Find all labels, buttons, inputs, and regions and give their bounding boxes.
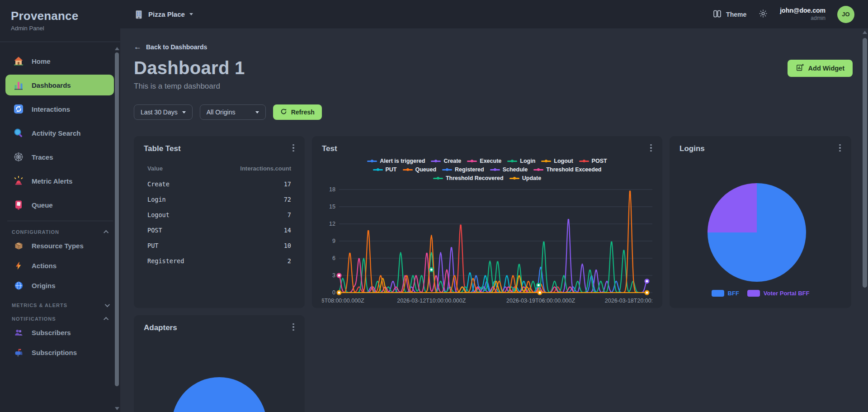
sidebar-item-label: Resource Types	[32, 242, 84, 250]
dashboard-content: Back to Dashboards Dashboard 1 Add Widge…	[120, 29, 868, 412]
sidebar-item-dashboards[interactable]: Dashboards	[5, 75, 114, 95]
legend-item[interactable]: Threshold Exceeded	[533, 166, 601, 173]
legend-item[interactable]: Schedule	[490, 166, 528, 173]
sidebar-item-interactions[interactable]: Interactions	[5, 99, 114, 119]
title-row: Dashboard 1 Add Widget	[134, 58, 853, 78]
sidebar-item-actions[interactable]: Actions	[5, 256, 114, 275]
pie-legend: BFFVoter Portal BFF	[670, 290, 851, 297]
widget-menu-button[interactable]	[289, 322, 297, 331]
widget-adapters-pie: Adapters	[134, 315, 305, 412]
topbar-right: Theme john@doe.com admin JO	[712, 6, 854, 23]
home-icon	[13, 55, 24, 67]
widget-menu-button[interactable]	[289, 143, 297, 152]
brand-name: Provenance	[11, 9, 109, 23]
back-to-dashboards-link[interactable]: Back to Dashboards	[134, 43, 207, 52]
sidebar-item-subscribers[interactable]: Subscribers	[5, 323, 114, 341]
user-role: admin	[780, 15, 826, 22]
add-widget-button[interactable]: Add Widget	[788, 60, 853, 77]
queue-icon	[13, 199, 24, 211]
widget-title: Test	[322, 144, 652, 153]
filter-bar: Last 30 Days All Origins Refresh	[134, 104, 853, 120]
table-row: Create17	[147, 176, 291, 192]
table-row: Login72	[147, 192, 291, 207]
section-header-configuration[interactable]: CONFIGURATION	[12, 229, 108, 235]
widget-menu-button[interactable]	[647, 143, 655, 152]
cell-value: Logout	[147, 211, 170, 218]
sidebar-item-metric-alerts[interactable]: Metric Alerts	[5, 170, 114, 191]
sidebar-item-subscriptions[interactable]: Subscriptions	[5, 343, 114, 361]
legend-item[interactable]: Threshold Recovered	[433, 175, 504, 181]
legend-item[interactable]: PUT	[373, 166, 397, 173]
scroll-up-icon[interactable]	[115, 47, 119, 50]
theme-toggle[interactable]: Theme	[712, 9, 746, 20]
legend-item[interactable]: Execute	[467, 158, 501, 164]
legend-item[interactable]: Queued	[403, 166, 437, 173]
legend-marker-icon	[490, 167, 500, 172]
table-row: Logout7	[147, 207, 291, 223]
legend-item[interactable]: Update	[509, 175, 541, 181]
avatar[interactable]: JO	[837, 6, 854, 23]
logins-pie-chart	[708, 183, 806, 282]
sidebar-item-label: Actions	[32, 262, 57, 270]
settings-button[interactable]	[758, 9, 768, 20]
section-header-notifications[interactable]: NOTIFICATIONS	[12, 316, 108, 322]
origin-select[interactable]: All Origins	[200, 104, 266, 120]
legend-marker-icon	[373, 167, 383, 172]
cell-count: 14	[284, 227, 291, 234]
org-switcher[interactable]: Pizza Place	[134, 9, 193, 19]
sidebar-item-queue[interactable]: Queue	[5, 194, 114, 215]
legend-swatch-icon	[747, 290, 760, 297]
widget-menu-button[interactable]	[836, 143, 844, 152]
user-info: john@doe.com admin	[780, 7, 826, 22]
topbar: Pizza Place Theme john@doe.com admin JO	[120, 0, 868, 29]
date-range-select[interactable]: Last 30 Days	[134, 104, 193, 120]
svg-text:2026-03-16T08:00:00.000Z: 2026-03-16T08:00:00.000Z	[322, 298, 364, 304]
refresh-button[interactable]: Refresh	[273, 104, 322, 120]
widget-table-test: Table Test ValueInteractions.countCreate…	[134, 136, 305, 308]
sidebar-item-label: Traces	[32, 153, 53, 161]
nav-divider	[7, 221, 113, 221]
table-row: POST14	[147, 223, 291, 238]
section-header-metrics-alerts[interactable]: METRICS & ALERTS	[12, 303, 108, 308]
package-icon	[13, 240, 24, 251]
cell-value: Registered	[147, 257, 184, 265]
sidebar-item-home[interactable]: Home	[5, 51, 114, 71]
sidebar-scrollbar[interactable]	[114, 47, 119, 411]
sidebar-item-activity-search[interactable]: Activity Search	[5, 123, 114, 143]
main-scrollbar[interactable]	[862, 31, 868, 411]
cell-value: Login	[147, 196, 166, 203]
scroll-down-icon[interactable]	[115, 407, 119, 410]
cell-count: 17	[284, 180, 291, 188]
legend-item[interactable]: Logout	[541, 158, 573, 164]
sidebar-item-resource-types[interactable]: Resource Types	[5, 237, 114, 255]
sidebar-item-traces[interactable]: Traces	[5, 147, 114, 167]
legend-item[interactable]: Alert is triggered	[367, 158, 425, 164]
sidebar-item-origins[interactable]: Origins	[5, 276, 114, 294]
legend-item[interactable]: Login	[507, 158, 535, 164]
page-title: Dashboard 1	[134, 58, 245, 78]
legend-marker-icon	[367, 158, 377, 164]
sidebar-item-label: Subscribers	[32, 329, 71, 336]
sidebar-item-label: Activity Search	[32, 129, 80, 137]
svg-text:0: 0	[332, 289, 335, 296]
sidebar-scrollbar-thumb[interactable]	[115, 52, 119, 386]
table: ValueInteractions.countCreate17Login72Lo…	[144, 162, 295, 269]
pie-legend-item[interactable]: Voter Portal BFF	[747, 290, 810, 297]
column-header: Value	[147, 165, 163, 172]
app-root: Provenance Admin Panel HomeDashboardsInt…	[0, 0, 868, 412]
legend-marker-icon	[442, 167, 452, 172]
legend-item[interactable]: Create	[431, 158, 461, 164]
user-email: john@doe.com	[780, 7, 826, 15]
scroll-up-icon[interactable]	[863, 31, 867, 34]
sidebar: Provenance Admin Panel HomeDashboardsInt…	[0, 0, 120, 412]
legend-item[interactable]: POST	[579, 158, 607, 164]
legend-marker-icon	[509, 175, 519, 181]
legend-item[interactable]: Registered	[442, 166, 484, 173]
chevron-down-icon	[255, 111, 259, 114]
cell-count: 10	[284, 242, 291, 249]
svg-text:3: 3	[332, 272, 335, 279]
pie-legend-item[interactable]: BFF	[712, 290, 739, 297]
main-scrollbar-thumb[interactable]	[863, 38, 867, 288]
chart-legend: Alert is triggeredCreateExecuteLoginLogo…	[359, 158, 615, 181]
widget-title: Table Test	[144, 144, 295, 153]
